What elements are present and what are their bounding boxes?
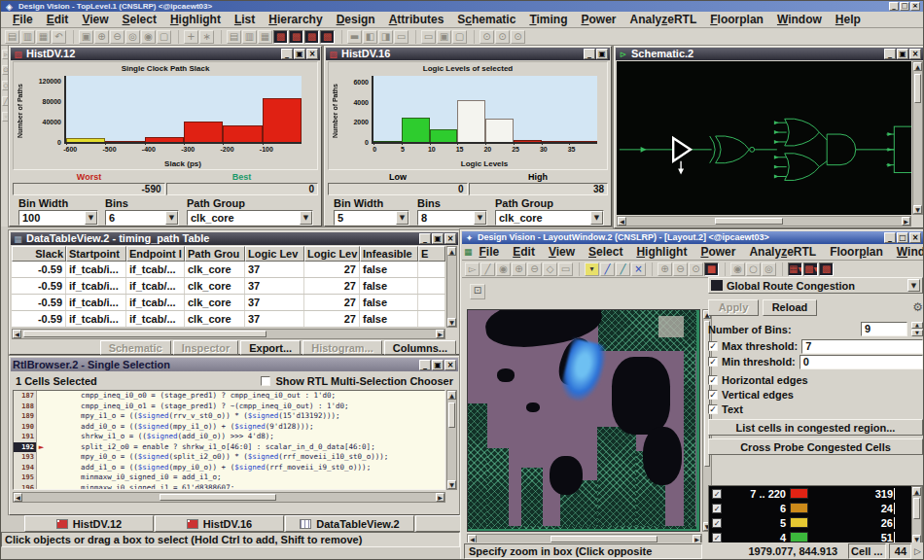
- vertical-scrollbar[interactable]: ▲ ▼: [446, 246, 457, 328]
- scroll-down-icon[interactable]: ▼: [447, 480, 456, 489]
- schematic-view-icon-2[interactable]: ▩: [289, 30, 303, 44]
- zoom-fit-icon[interactable]: ◎: [125, 30, 140, 44]
- apply-button[interactable]: Apply: [708, 299, 759, 316]
- horizontal-scrollbar[interactable]: ◀ ▶: [617, 216, 911, 227]
- code-line[interactable]: 193 mpy_i0_o = (($signed(split_i2_o0)) *…: [14, 452, 444, 463]
- inspector-button[interactable]: Inspector: [173, 340, 239, 355]
- menu-design[interactable]: Design: [331, 13, 381, 26]
- histogram-plot[interactable]: 04000080000120000-600-500-400-300-200-10…: [64, 76, 302, 144]
- cross-probe-button[interactable]: Cross Probe Congested Cells: [708, 438, 923, 455]
- menu-floorplan[interactable]: Floorplan: [823, 245, 890, 259]
- print-icon[interactable]: ▦: [36, 30, 51, 44]
- range-min-slider[interactable]: 0: [328, 183, 468, 195]
- restore-icon[interactable]: ▣: [432, 233, 444, 244]
- horizontal-scrollbar[interactable]: ◀ ▶: [12, 329, 445, 339]
- info-tool-icon[interactable]: ◉: [496, 262, 511, 276]
- zoom-circle-icon-2[interactable]: ⊙: [495, 30, 510, 44]
- menu-timing[interactable]: Timing: [523, 13, 573, 26]
- window-icon-1[interactable]: ▭: [421, 30, 436, 44]
- close-icon[interactable]: ×: [306, 49, 318, 59]
- panel-icon-3[interactable]: ◨: [378, 30, 393, 44]
- undo-icon[interactable]: ↶: [52, 30, 66, 44]
- rtlbrowser-titlebar[interactable]: RtlBrowser.2 - Single Selection _ ▣ ×: [11, 358, 458, 371]
- edit-shape-icon[interactable]: ╱: [616, 262, 630, 276]
- legend-checkbox[interactable]: ✓: [712, 489, 722, 499]
- scrollbar-thumb[interactable]: [160, 494, 276, 501]
- panel-icon-1[interactable]: ▬: [347, 30, 362, 44]
- panel-icon-4[interactable]: ▭: [394, 30, 409, 44]
- menu-select[interactable]: Select: [117, 13, 162, 26]
- menu-schematic[interactable]: Schematic: [451, 13, 521, 26]
- histogram-button[interactable]: Histogram...: [302, 340, 382, 355]
- column-header[interactable]: E: [418, 246, 445, 262]
- open-icon[interactable]: ▤: [5, 30, 19, 44]
- scroll-up-icon[interactable]: ▲: [447, 247, 456, 256]
- view-refresh-icon[interactable]: ◎: [762, 262, 776, 276]
- window-icon-3[interactable]: ▢: [452, 30, 467, 44]
- schematic-canvas[interactable]: [617, 61, 911, 215]
- scrollbar-thumb[interactable]: [448, 402, 455, 428]
- menu-floorplan[interactable]: Floorplan: [704, 13, 769, 26]
- crosshair-icon[interactable]: +: [184, 30, 198, 44]
- datatable-titlebar[interactable]: ▦ DataTableView.2 - timing_path Table _ …: [11, 232, 458, 245]
- text-checkbox[interactable]: ✓: [708, 404, 718, 414]
- menu-analyzertl[interactable]: AnalyzeRTL: [742, 245, 823, 259]
- histdv16-titlebar[interactable]: ▨ HistDV.16 _ ▣: [326, 48, 610, 60]
- scrollbar-thumb[interactable]: [23, 331, 267, 337]
- full-view-icon[interactable]: ■: [704, 262, 719, 276]
- restore-icon[interactable]: ▣: [897, 49, 908, 59]
- grid-icon-3[interactable]: ▦: [258, 30, 272, 44]
- scroll-right-icon[interactable]: ▶: [902, 217, 910, 226]
- layout-canvas[interactable]: [467, 309, 700, 532]
- scroll-right-icon[interactable]: ▶: [436, 330, 444, 338]
- max-threshold-checkbox[interactable]: ✓: [708, 341, 718, 351]
- vertical-scrollbar[interactable]: ▲ ▼: [446, 390, 457, 490]
- spinner-up-icon[interactable]: ▲: [911, 322, 923, 329]
- menu-file[interactable]: File: [473, 245, 507, 259]
- scroll-right-icon[interactable]: ▶: [436, 493, 444, 502]
- minimize-icon[interactable]: _: [884, 49, 896, 59]
- column-header[interactable]: Logic Lev: [245, 246, 304, 262]
- tab-histdv12[interactable]: HistDV.12: [24, 515, 154, 532]
- bin-width-combo[interactable]: 5▼: [334, 210, 409, 226]
- main-titlebar[interactable]: ◈ Design Vision - TopLevel.1 (CNSLRP) <@…: [1, 1, 923, 12]
- zoom-out-tool-icon[interactable]: ⊖: [527, 262, 542, 276]
- menu-highlight[interactable]: Highlight: [629, 245, 693, 259]
- code-line[interactable]: 192► split_i2_o0 = enable ? shrkw_i1_o[4…: [14, 442, 444, 453]
- cell-panel-icon[interactable]: ▩▾: [803, 262, 818, 276]
- close-icon[interactable]: ×: [444, 360, 456, 370]
- reload-button[interactable]: Reload: [763, 299, 817, 316]
- hierarchy-panel-icon[interactable]: ▩: [819, 262, 834, 276]
- scroll-left-icon[interactable]: ◀: [13, 330, 21, 338]
- delete-tool-icon[interactable]: ×: [631, 262, 646, 276]
- legend-checkbox[interactable]: ✓: [712, 518, 722, 528]
- code-line[interactable]: 191 shrkw_i1_o = (($signed(add_i0_o)) >>…: [14, 432, 444, 442]
- chevron-down-icon[interactable]: ▼: [165, 211, 178, 225]
- tab-histdv16[interactable]: HistDV.16: [155, 515, 284, 532]
- legend-row[interactable]: ✓7 .. 220319: [709, 486, 911, 501]
- multi-selection-checkbox[interactable]: [261, 376, 270, 386]
- scroll-up-icon[interactable]: ▲: [447, 391, 456, 400]
- edit-wire-icon[interactable]: ╱: [600, 262, 615, 276]
- column-header[interactable]: Endpoint I: [126, 246, 185, 262]
- scroll-down-icon[interactable]: ▼: [913, 205, 922, 214]
- column-header[interactable]: Path Grou: [185, 246, 245, 262]
- menu-edit[interactable]: Edit: [41, 13, 75, 26]
- snapshot-icon[interactable]: ▢: [157, 30, 171, 44]
- target-icon[interactable]: ◉: [141, 30, 156, 44]
- menu-highlight[interactable]: Highlight: [164, 13, 227, 26]
- code-line[interactable]: 194 add_i1_o = (($signed(mpy_i0_o)) + ($…: [14, 463, 444, 473]
- restore-icon[interactable]: ▣: [294, 49, 305, 59]
- scroll-down-icon[interactable]: ▼: [447, 318, 456, 327]
- zoom-circle-icon-1[interactable]: ⊙: [480, 30, 494, 44]
- window-icon-2[interactable]: ▣: [437, 30, 451, 44]
- minimize-icon[interactable]: _: [584, 49, 595, 59]
- path-group-combo[interactable]: clk_core▼: [495, 210, 604, 226]
- minimize-icon[interactable]: _: [419, 233, 431, 244]
- minimize-icon[interactable]: _: [889, 2, 899, 11]
- panel-icon-2[interactable]: ◧: [363, 30, 377, 44]
- spinner-down-icon[interactable]: ▼: [911, 330, 923, 336]
- table-row[interactable]: -0.59if_tcab/i...if_tcab/...clk_core3727…: [12, 278, 445, 295]
- min-threshold-checkbox[interactable]: ✓: [708, 357, 718, 367]
- code-line[interactable]: 187 cmpp_ineq_i0_o0 = (stage_pred1) ? cm…: [14, 391, 444, 402]
